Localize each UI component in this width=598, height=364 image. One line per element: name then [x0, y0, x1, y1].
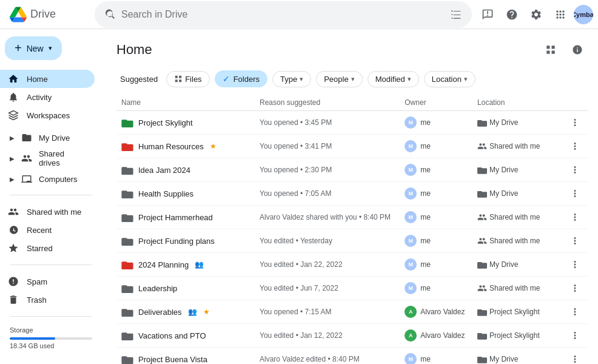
more-options-button[interactable]	[566, 327, 583, 344]
sidebar-item-computers[interactable]: ▶ Computers	[0, 170, 95, 187]
storage-bar-background	[10, 337, 92, 340]
file-name-cell: Leadership	[116, 277, 255, 300]
more-options-cell	[562, 206, 588, 229]
location-type-icon	[477, 260, 487, 269]
owner-cell: M me	[400, 158, 472, 182]
file-name: Project Hammerhead	[138, 213, 213, 222]
app-logo[interactable]: Drive	[5, 6, 90, 23]
location-name: Shared with me	[489, 142, 540, 150]
sidebar-activity-label: Activity	[27, 93, 52, 102]
more-options-button[interactable]	[566, 351, 583, 364]
sidebar-item-spam[interactable]: Spam	[0, 272, 95, 291]
owner-avatar: M	[405, 187, 417, 200]
more-options-button[interactable]	[566, 114, 583, 131]
sidebar-trash-label: Trash	[27, 295, 47, 305]
sidebar-item-recent[interactable]: Recent	[0, 221, 95, 239]
folder-icon	[121, 331, 133, 340]
sidebar-item-shared-drives[interactable]: ▶ Shared drives	[0, 146, 95, 170]
sidebar-item-my-drive[interactable]: ▶ My Drive	[0, 129, 95, 146]
recent-icon	[7, 224, 19, 235]
shared-with-me-icon	[7, 206, 19, 217]
shared-drives-expand: ▶	[10, 155, 15, 162]
more-options-cell	[562, 300, 588, 324]
reason-cell: You opened • 7:05 AM	[255, 182, 400, 206]
content-header: Home	[116, 29, 588, 66]
settings-button[interactable]	[525, 4, 547, 25]
sidebar-item-workspaces[interactable]: Workspaces	[0, 106, 95, 124]
file-name: Health Supplies	[138, 189, 193, 198]
feedback-button[interactable]	[477, 4, 499, 25]
search-bar[interactable]	[95, 1, 472, 28]
table-row[interactable]: Leadership You edited • Jun 7, 2022 M me…	[116, 277, 588, 300]
help-button[interactable]	[501, 4, 523, 25]
table-row[interactable]: Project Skylight You opened • 3:45 PM M …	[116, 111, 588, 135]
more-options-button[interactable]	[566, 161, 583, 178]
table-row[interactable]: Idea Jam 2024 You opened • 2:30 PM M me …	[116, 158, 588, 182]
more-options-button[interactable]	[566, 232, 583, 249]
sidebar-item-activity[interactable]: Activity	[0, 88, 95, 106]
table-row[interactable]: 2024 Planning 👥 You edited • Jan 22, 202…	[116, 253, 588, 277]
more-options-cell	[562, 253, 588, 277]
more-options-button[interactable]	[566, 280, 583, 297]
table-row[interactable]: Project Buena Vista Alvaro Valdez edited…	[116, 348, 588, 365]
location-name: My Drive	[489, 260, 518, 269]
sidebar-drive-section: ▶ My Drive ▶ Shared drives ▶ Computers	[0, 127, 102, 190]
col-header-reason: Reason suggested	[255, 95, 400, 111]
new-button[interactable]: + New ▾	[5, 36, 62, 60]
file-name: Deliverables	[138, 308, 182, 317]
owner-avatar: A	[405, 329, 417, 342]
location-name: Shared with me	[489, 237, 540, 245]
sidebar-item-starred[interactable]: Starred	[0, 239, 95, 257]
shared-drives-icon	[21, 153, 33, 164]
owner-avatar: M	[405, 140, 417, 152]
table-row[interactable]: Deliverables 👥★ You opened • 7:15 AM A A…	[116, 300, 588, 324]
more-options-button[interactable]	[566, 185, 583, 202]
owner-cell: M me	[400, 111, 472, 135]
table-row[interactable]: Health Supplies You opened • 7:05 AM M m…	[116, 182, 588, 206]
file-name: Leadership	[138, 284, 177, 293]
filter-people[interactable]: People ▾	[316, 71, 362, 87]
sidebar-item-shared-with-me[interactable]: Shared with me	[0, 203, 95, 221]
more-options-button[interactable]	[566, 209, 583, 226]
owner-avatar: M	[405, 211, 417, 223]
filter-type[interactable]: Type ▾	[272, 71, 311, 87]
location-type-icon	[477, 283, 487, 293]
owner-avatar: M	[405, 235, 417, 247]
table-row[interactable]: Human Resources ★ You opened • 3:41 PM M…	[116, 135, 588, 158]
folder-icon	[121, 141, 133, 151]
filter-bar: Suggested Files ✓ Folders Type ▾ People …	[116, 66, 588, 95]
user-avatar[interactable]: Cymbal	[574, 5, 593, 24]
more-options-button[interactable]	[566, 303, 583, 320]
search-options-icon[interactable]	[450, 8, 462, 21]
file-name-cell: Project Hammerhead	[116, 206, 255, 229]
filter-files[interactable]: Files	[166, 71, 209, 87]
search-input[interactable]	[121, 9, 445, 20]
filter-location[interactable]: Location ▾	[424, 71, 475, 87]
col-header-owner: Owner	[400, 95, 472, 111]
location-name: My Drive	[489, 355, 518, 363]
file-name: Vacations and PTO	[138, 331, 206, 340]
folder-icon	[121, 212, 133, 222]
owner-cell: M me	[400, 206, 472, 229]
info-button[interactable]	[566, 39, 588, 61]
table-row[interactable]: Project Hammerhead Alvaro Valdez shared …	[116, 206, 588, 229]
more-options-button[interactable]	[566, 256, 583, 273]
more-options-button[interactable]	[566, 138, 583, 155]
apps-button[interactable]	[549, 4, 571, 25]
topbar: Drive Cymbal	[0, 0, 598, 29]
owner-name: me	[420, 166, 431, 174]
sidebar-item-home[interactable]: Home	[0, 70, 95, 88]
table-row[interactable]: Project Funding plans You edited • Yeste…	[116, 229, 588, 253]
sidebar-my-drive-label: My Drive	[39, 133, 70, 143]
reason-cell: Alvaro Valdez edited • 8:40 PM	[255, 348, 400, 365]
location-cell: Shared with me	[472, 135, 562, 158]
filter-modified[interactable]: Modified ▾	[368, 71, 419, 87]
sidebar-item-trash[interactable]: Trash	[0, 291, 95, 309]
reason-cell: You edited • Jan 12, 2022	[255, 324, 400, 348]
more-options-cell	[562, 324, 588, 348]
owner-name: me	[420, 237, 431, 245]
table-row[interactable]: Vacations and PTO You edited • Jan 12, 2…	[116, 324, 588, 348]
filter-folders[interactable]: ✓ Folders	[215, 70, 267, 87]
owner-cell: M me	[400, 277, 472, 300]
view-toggle-button[interactable]	[540, 39, 562, 61]
